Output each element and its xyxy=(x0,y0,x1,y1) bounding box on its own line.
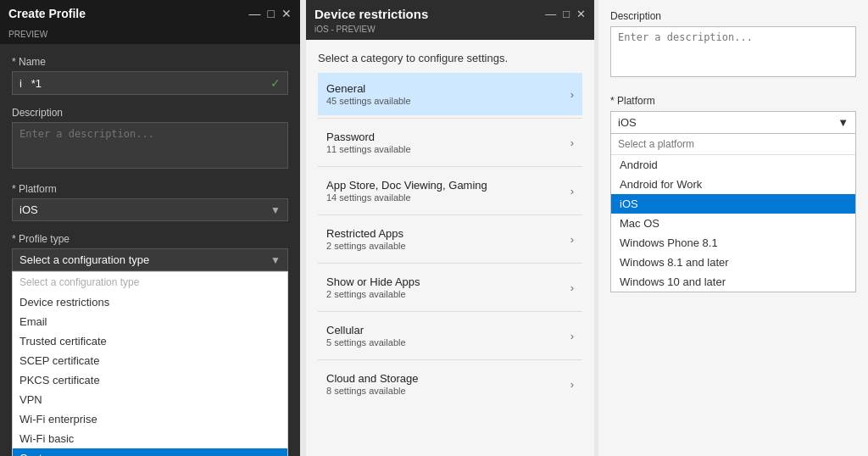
name-field-group: * Name ✓ xyxy=(12,56,288,95)
right-panel: Description * Platform iOS ▼ Android And… xyxy=(598,0,868,456)
dr-item-appstore-title: App Store, Doc Viewing, Gaming xyxy=(326,179,487,192)
dropdown-item-wifi-basic[interactable]: Wi-Fi basic xyxy=(13,429,287,448)
dr-controls: — □ ✕ xyxy=(545,8,586,20)
right-platform-arrow-icon: ▼ xyxy=(837,116,849,129)
dr-chevron-icon-password: › xyxy=(570,136,574,149)
description-field-group: Description xyxy=(12,107,288,171)
dr-chevron-icon-cellular: › xyxy=(570,330,574,342)
dr-item-appstore[interactable]: App Store, Doc Viewing, Gaming 14 settin… xyxy=(318,170,582,212)
dr-close-icon[interactable]: ✕ xyxy=(576,8,586,20)
dr-minimize-icon[interactable]: — xyxy=(545,8,556,20)
dropdown-item-pkcs-cert[interactable]: PKCS certificate xyxy=(13,370,287,390)
right-description-textarea[interactable] xyxy=(610,26,856,77)
platform-option-winphone[interactable]: Windows Phone 8.1 xyxy=(611,233,855,253)
close-icon[interactable]: ✕ xyxy=(281,7,292,20)
cursor-hand-icon: ☛ xyxy=(856,450,868,456)
create-profile-titlebar: Create Profile — □ ✕ xyxy=(0,0,300,27)
platform-option-win10[interactable]: Windows 10 and later xyxy=(611,272,855,292)
dr-item-general-title: General xyxy=(326,82,411,95)
dr-item-showhide-subtitle: 2 settings available xyxy=(326,289,420,299)
platform-field-group: * Platform iOS ▼ xyxy=(12,183,288,221)
dr-item-show-hide[interactable]: Show or Hide Apps 2 settings available › xyxy=(318,266,582,309)
dr-item-restricted-subtitle: 2 settings available xyxy=(326,241,406,251)
dr-item-cellular[interactable]: Cellular 5 settings available › xyxy=(318,314,582,357)
profile-type-label: * Profile type xyxy=(12,233,288,245)
dr-titlebar: Device restrictions — □ ✕ xyxy=(306,0,594,25)
right-platform-value: iOS xyxy=(618,116,637,129)
dr-chevron-icon-general: › xyxy=(570,88,574,101)
dr-body: Select a category to configure settings.… xyxy=(306,40,594,456)
platform-value: iOS xyxy=(19,203,38,216)
profile-type-dropdown: Select a configuration type Device restr… xyxy=(12,271,288,456)
dr-item-password[interactable]: Password 11 settings available › xyxy=(318,121,582,164)
platform-dropdown: Android Android for Work iOS Mac OS Wind… xyxy=(610,133,856,292)
dr-divider-1 xyxy=(318,118,582,119)
dropdown-item-scep-cert[interactable]: SCEP certificate xyxy=(13,351,287,370)
dr-subtitle: iOS - PREVIEW xyxy=(306,25,594,40)
titlebar-controls: — □ ✕ xyxy=(249,7,292,20)
dropdown-item-trusted-cert[interactable]: Trusted certificate xyxy=(13,331,287,351)
create-profile-subtitle: PREVIEW xyxy=(0,27,300,44)
dropdown-item-email[interactable]: Email xyxy=(13,312,287,331)
dropdown-item-wifi-enterprise[interactable]: Wi-Fi enterprise xyxy=(13,409,287,429)
create-profile-title: Create Profile xyxy=(8,7,86,20)
dr-divider-3 xyxy=(318,214,582,215)
right-platform-label: * Platform xyxy=(610,95,856,107)
name-input[interactable] xyxy=(19,77,254,90)
dr-item-appstore-subtitle: 14 settings available xyxy=(326,192,487,203)
dr-item-password-subtitle: 11 settings available xyxy=(326,144,411,154)
dr-intro: Select a category to configure settings. xyxy=(318,52,582,64)
dr-item-password-title: Password xyxy=(326,131,411,143)
dr-restore-icon[interactable]: □ xyxy=(563,8,570,20)
right-description-group: Description xyxy=(610,10,856,80)
platform-label: * Platform xyxy=(12,183,288,195)
dr-item-cellular-title: Cellular xyxy=(326,324,406,336)
platform-option-android-work[interactable]: Android for Work xyxy=(611,175,855,194)
name-label: * Name xyxy=(12,56,288,68)
dropdown-item-device-restrictions[interactable]: Device restrictions xyxy=(13,292,287,312)
platform-search-input[interactable] xyxy=(611,134,855,155)
dr-item-cellular-subtitle: 5 settings available xyxy=(326,337,406,348)
dr-divider-4 xyxy=(318,263,582,264)
platform-arrow-icon: ▼ xyxy=(270,204,281,216)
dr-divider-2 xyxy=(318,166,582,167)
dr-item-restricted-apps[interactable]: Restricted Apps 2 settings available › xyxy=(318,218,582,260)
dr-chevron-icon-appstore: › xyxy=(570,185,574,197)
dr-item-cloud[interactable]: Cloud and Storage 8 settings available › xyxy=(318,363,582,405)
platform-option-macos[interactable]: Mac OS xyxy=(611,214,855,233)
profile-type-arrow-icon: ▼ xyxy=(270,254,281,266)
restore-icon[interactable]: □ xyxy=(268,7,275,20)
dropdown-item-custom[interactable]: Custom xyxy=(13,448,287,456)
name-input-wrapper: ✓ xyxy=(12,71,288,95)
check-icon: ✓ xyxy=(270,76,281,90)
dr-item-general-subtitle: 45 settings available xyxy=(326,96,411,106)
dr-divider-6 xyxy=(318,359,582,360)
dr-title: Device restrictions xyxy=(314,7,428,21)
dropdown-placeholder: Select a configuration type xyxy=(13,272,287,292)
dr-chevron-icon-cloud: › xyxy=(570,378,574,391)
profile-type-select[interactable]: Select a configuration type ▼ xyxy=(12,248,288,271)
create-profile-body: * Name ✓ Description * Platform iOS ▼ * … xyxy=(0,44,300,456)
platform-option-ios[interactable]: iOS xyxy=(611,194,855,214)
dr-chevron-icon-showhide: › xyxy=(570,281,574,294)
platform-option-win81[interactable]: Windows 8.1 and later xyxy=(611,253,855,272)
description-textarea[interactable] xyxy=(12,122,288,169)
minimize-icon[interactable]: — xyxy=(249,7,261,20)
dr-item-restricted-title: Restricted Apps xyxy=(326,227,406,240)
description-label: Description xyxy=(12,107,288,119)
dr-item-cloud-title: Cloud and Storage xyxy=(326,372,418,385)
dropdown-item-vpn[interactable]: VPN xyxy=(13,390,287,409)
dr-item-cloud-subtitle: 8 settings available xyxy=(326,386,418,396)
profile-type-value: Select a configuration type xyxy=(19,253,149,266)
device-restrictions-panel: Device restrictions — □ ✕ iOS - PREVIEW … xyxy=(306,0,594,456)
dr-item-showhide-title: Show or Hide Apps xyxy=(326,275,420,288)
platform-option-android[interactable]: Android xyxy=(611,155,855,175)
platform-select[interactable]: iOS ▼ xyxy=(12,198,288,221)
create-profile-panel: Create Profile — □ ✕ PREVIEW * Name ✓ De… xyxy=(0,0,300,456)
dr-chevron-icon-restricted: › xyxy=(570,233,574,246)
dr-divider-5 xyxy=(318,311,582,312)
dr-item-general[interactable]: General 45 settings available › xyxy=(318,73,582,115)
right-platform-group: * Platform iOS ▼ Android Android for Wor… xyxy=(610,95,856,292)
right-description-label: Description xyxy=(610,10,856,22)
right-platform-select[interactable]: iOS ▼ xyxy=(610,111,856,134)
